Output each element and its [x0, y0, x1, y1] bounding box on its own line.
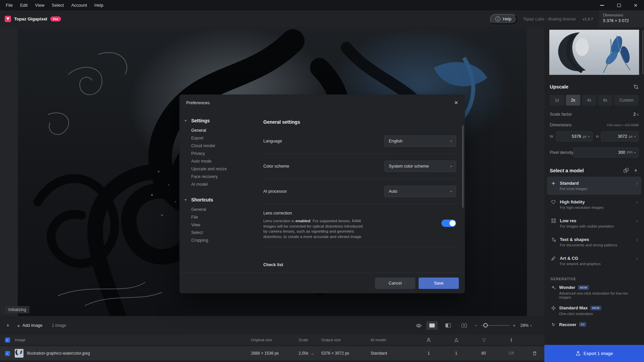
add-image-button[interactable]: + Add image	[17, 323, 43, 328]
model-art-cg[interactable]: Art & CG For artwork and graphics ›	[547, 252, 641, 270]
nav-shortcuts-general[interactable]: General	[191, 206, 256, 214]
nav-settings-face-recovery[interactable]: Face recovery	[191, 173, 256, 181]
zoom-in-button[interactable]: +	[513, 323, 516, 328]
single-view-icon	[429, 323, 435, 327]
scale-options: 1x 2x 4x 6x Custom	[550, 95, 639, 106]
topaz-logo-icon	[5, 16, 11, 22]
scale-1x-button[interactable]: 1x	[550, 95, 564, 106]
eye-icon[interactable]	[416, 323, 422, 328]
zoom-out-button[interactable]: −	[475, 323, 477, 328]
nav-settings-cloud-render[interactable]: Cloud render	[191, 142, 256, 150]
model-low-res[interactable]: Low res For images with visible pixelati…	[547, 214, 641, 232]
header-original-size: Original size	[251, 338, 299, 342]
maximize-button[interactable]	[610, 0, 627, 10]
menu-help[interactable]: Help	[91, 0, 107, 10]
export-button[interactable]: Export 1 image	[544, 345, 644, 362]
split-view-button[interactable]	[442, 321, 454, 330]
height-unit-caret-icon[interactable]: ▾	[634, 135, 636, 138]
select-all-checkbox[interactable]: ✓	[5, 338, 10, 343]
dock-arrow-icon[interactable]	[5, 323, 10, 328]
clipped-setting-label: Check list	[263, 247, 456, 267]
color-scheme-select[interactable]: System color scheme ▾	[384, 161, 456, 172]
scale-4x-button[interactable]: 4x	[582, 95, 596, 106]
nav-shortcuts-file[interactable]: File	[191, 214, 256, 221]
app-header: Topaz Gigapixel Pro i Help Topaz Labs - …	[0, 10, 644, 27]
nav-group-shortcuts[interactable]: ▾ Shortcuts	[185, 197, 256, 202]
caret-down-icon: ▾	[450, 190, 452, 193]
arrow-right-icon: →	[310, 351, 314, 356]
menu-edit[interactable]: Edit	[16, 0, 31, 10]
zoom-slider-knob[interactable]	[483, 323, 488, 327]
side-by-side-view-button[interactable]	[459, 321, 470, 330]
nav-settings-export[interactable]: Export	[191, 134, 256, 142]
lightning-icon[interactable]	[633, 168, 639, 173]
row-checkbox[interactable]: ✓	[5, 351, 10, 356]
compare-icon[interactable]	[623, 168, 629, 173]
help-button[interactable]: i Help	[490, 14, 517, 24]
sidebar-scrollbar[interactable]	[642, 30, 643, 74]
nav-shortcuts-cropping[interactable]: Cropping	[191, 237, 256, 244]
row-denoise-value: 80	[470, 351, 497, 356]
brand: Topaz Gigapixel Pro	[0, 16, 61, 22]
trash-icon	[532, 351, 537, 356]
model-standard[interactable]: Standard For most images ›	[547, 177, 641, 195]
menu-account[interactable]: Account	[67, 0, 91, 10]
model-text-shapes[interactable]: Text & shapes For documents and strong p…	[547, 233, 641, 251]
content-scrollbar[interactable]	[462, 125, 464, 208]
single-view-button[interactable]	[426, 321, 438, 330]
height-input[interactable]: 3072 px ▾	[601, 131, 639, 141]
minimize-button[interactable]	[594, 0, 610, 10]
width-input[interactable]: 5376 px ▾	[556, 131, 593, 141]
close-button[interactable]: ×	[627, 0, 644, 10]
nav-shortcuts-select[interactable]: Select	[191, 229, 256, 237]
scale-6x-button[interactable]: 6x	[598, 95, 612, 106]
app-title: Topaz Gigapixel	[14, 16, 47, 21]
nav-settings-privacy[interactable]: Privacy	[191, 150, 256, 158]
zoom-slider[interactable]	[481, 325, 509, 326]
model-recover[interactable]: ↻ Recover V2	[547, 318, 641, 330]
scale-custom-button[interactable]: Custom	[614, 95, 639, 106]
license-text: Topaz Labs - floating license	[523, 17, 576, 21]
nav-settings-general[interactable]: General	[191, 127, 256, 134]
menu-file[interactable]: File	[2, 0, 16, 10]
dialog-close-button[interactable]: ×	[454, 99, 458, 107]
crop-icon[interactable]	[633, 84, 639, 89]
nav-settings-auto-mode[interactable]: Auto mode	[191, 158, 256, 165]
model-list: Standard For most images › High fidelity…	[547, 177, 641, 270]
nav-group-settings[interactable]: ▾ Settings	[185, 118, 256, 123]
row-original-size: 2688 × 1536 px	[251, 351, 299, 356]
nav-shortcuts-view[interactable]: View	[191, 221, 256, 229]
cancel-button[interactable]: Cancel	[375, 278, 415, 289]
denoise-icon	[470, 338, 497, 342]
zoom-level-dropdown[interactable]: 28% ▾	[520, 323, 532, 328]
model-standard-max[interactable]: Standard Max NEW One-click restoration	[547, 302, 641, 318]
new-badge: NEW	[590, 306, 601, 310]
nav-settings-upscale-resize[interactable]: Upscale and resize	[191, 165, 256, 173]
star-icon	[550, 306, 556, 310]
row-scale: 2,00x	[299, 351, 308, 356]
bottom-bar: + Add image 1 image − + 28% ▾	[0, 316, 544, 362]
scale-factor-value[interactable]: 2x	[633, 112, 639, 117]
chevron-right-icon: ›	[636, 256, 638, 261]
pixel-density-input[interactable]: 300 PPI ▾	[573, 147, 639, 158]
menu-select[interactable]: Select	[48, 0, 67, 10]
language-select[interactable]: English ▾	[384, 135, 456, 147]
chevron-right-icon: ›	[636, 218, 638, 223]
ai-processor-select[interactable]: Auto ▾	[384, 186, 456, 197]
table-row[interactable]: ✓ illustration-graphics-watercolor.jpeg …	[0, 346, 544, 360]
restore-icon: ↻	[550, 322, 556, 327]
row-thumbnail	[15, 349, 23, 358]
width-unit-caret-icon[interactable]: ▾	[588, 135, 589, 138]
save-button[interactable]: Save	[419, 278, 459, 289]
header-ai-model: AI model	[371, 338, 415, 342]
menu-view[interactable]: View	[31, 0, 48, 10]
model-high-fidelity[interactable]: High fidelity For high-resolution images…	[547, 195, 641, 214]
delete-row-button[interactable]	[525, 351, 544, 356]
scale-2x-button[interactable]: 2x	[566, 95, 580, 106]
model-wonder[interactable]: Wonder NEW Advanced one-click restoratio…	[547, 282, 641, 301]
nav-settings-ai-model[interactable]: AI model	[191, 181, 256, 188]
density-unit-caret-icon[interactable]: ▾	[634, 151, 636, 154]
version-text: v1.0.7	[583, 17, 593, 21]
lens-correction-toggle[interactable]	[441, 220, 456, 227]
minimize-icon	[600, 5, 604, 6]
